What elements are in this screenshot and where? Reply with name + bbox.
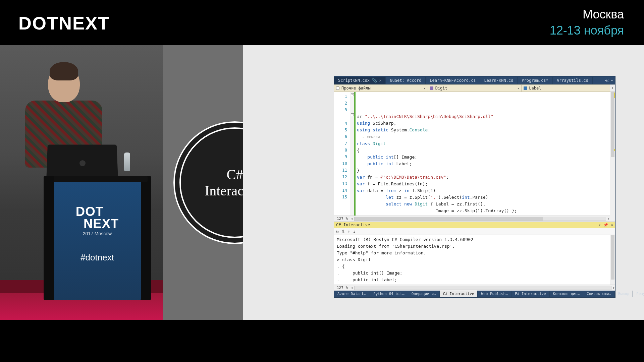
editor-tab[interactable]: Learn-KNN-Accord.cs [426,77,480,84]
interactive-pane-header[interactable]: C# Interactive ▾ 📌 ✕ [334,222,615,228]
slide-area: ScriptKNN.csx 📎✕NuGet: AccordLearn-KNN-A… [243,45,644,320]
banner-date: 12-13 ноября [550,23,624,38]
podium-hashtag: #dotnext [80,252,114,263]
tool-tab[interactable]: Вывод [615,291,633,297]
code-line[interactable]: - ссылки [357,133,608,140]
code-line[interactable]: public int[] Image; [357,154,608,161]
pin-icon[interactable]: 📎 [370,78,377,83]
podium-brand-line2: NEXT [84,217,119,231]
editor-tab[interactable]: NuGet: Accord [386,77,426,84]
interactive-title: C# Interactive [336,223,370,227]
line-gutter: 123456789101112131415 [334,92,350,216]
repl-line: Microsoft (R) Roslyn C# Compiler version… [337,236,607,243]
code-line[interactable]: Image = zz.Skip(1).ToArray() }; [357,207,608,214]
split-button[interactable]: + [610,84,615,92]
code-line[interactable]: var data = from z in f.Skip(1) [357,187,608,194]
editor-vscroll[interactable]: + [610,92,615,222]
tool-tab[interactable]: Консоль дис… [550,291,583,297]
code-line[interactable]: } [357,167,608,174]
pane-dropdown-icon[interactable]: ▾ [599,223,601,227]
editor-zoom[interactable]: 127 % [334,217,351,221]
tool-tab[interactable]: Операции и… [408,291,440,297]
interactive-tool-icons[interactable]: ↻ ⥮ ↑ ↓ [336,229,356,234]
slide-left-strip: C# Interactive [163,45,243,320]
brand-logo: DOTNEXT [18,13,110,34]
code-area[interactable]: #r "..\..\TrainCNTK\SciSharp\bin\Debug\S… [355,92,610,216]
editor-tabs: ScriptKNN.csx 📎✕NuGet: AccordLearn-KNN-A… [334,76,615,84]
editor-nav-bar: Прочие файлы ▾ Digit ▾ Label ▾ [334,84,615,92]
repl-line: > class Digit [337,256,607,263]
circle-line1: C# [226,167,243,182]
close-icon[interactable]: ✕ [379,78,381,83]
nav-project-label: Прочие файлы [341,86,371,90]
repl-line: . public int[] Image; [337,270,607,277]
nav-class-label: Digit [435,86,447,90]
editor-hscroll[interactable]: 127 % ◂ ▸ [334,216,610,222]
banner-bottom [0,320,644,362]
interactive-zoom[interactable]: 127 % [334,286,351,290]
interactive-output[interactable]: Microsoft (R) Roslyn C# Compiler version… [334,235,610,285]
pane-pin-icon[interactable]: 📌 [603,223,608,227]
code-line[interactable]: public int Label; [357,161,608,167]
interactive-hscroll[interactable]: 127 % ◂▸ [334,285,615,291]
speaker-video: DOT NEXT 2017 Moscow #dotnext [0,45,163,320]
podium: DOT NEXT 2017 Moscow #dotnext [54,176,141,300]
editor-tab[interactable]: Learn-KNN.cs [480,77,518,84]
water-bottle [124,153,130,171]
banner-location: Москва [583,7,624,21]
editor-tab[interactable]: ScriptKNN.csx 📎✕ [334,77,386,84]
code-editor[interactable]: 123456789101112131415 − − #r "..\..\Trai… [334,92,610,216]
podium-subtitle: 2017 Moscow [83,231,112,236]
repl-line: . public int Label; [337,277,607,283]
repl-line: Loading context from 'CSharpInteractive.… [337,243,607,250]
editor-tab[interactable]: Program.cs* [518,77,552,84]
tool-tab[interactable]: Результаты п… [633,291,644,297]
nav-member-label: Label [529,86,541,90]
code-line[interactable]: #r "..\..\TrainCNTK\SciSharp\bin\Debug\S… [357,113,608,120]
code-line[interactable]: select new Digit { Label = zz.First(), [357,201,608,207]
nav-project-combo[interactable]: Прочие файлы ▾ [334,85,428,92]
code-line[interactable]: using static System.Console; [357,127,608,133]
code-line[interactable]: let zz = z.Split(',').Select(int.Parse) [357,194,608,201]
code-line[interactable]: { [357,147,608,154]
editor-tab[interactable]: ArrayUtils.cs [553,77,593,84]
banner-top: DOTNEXT Москва 12-13 ноября [0,0,644,45]
ide-window: ScriptKNN.csx 📎✕NuGet: AccordLearn-KNN-A… [334,76,615,298]
code-line[interactable]: var fn = @"c:\DEMO\Data\train.csv"; [357,174,608,181]
repl-line: . { [337,263,607,270]
tool-tab[interactable]: Список оши… [583,291,615,297]
tool-window-tabs: Azure Data L…Python 64-bit…Операции и…C#… [334,291,615,297]
tool-tab[interactable]: C# Interactive [440,291,478,297]
tool-tab[interactable]: Python 64-bit… [370,291,408,297]
tabs-overflow[interactable]: ≪ ▾ [605,78,615,83]
tool-tab[interactable]: Web Publish… [478,291,511,297]
interactive-vscroll[interactable] [610,235,615,285]
nav-member-combo[interactable]: Label ▾ [522,85,615,92]
tool-tab[interactable]: F# Interactive [512,291,550,297]
code-line[interactable]: var f = File.ReadLines(fn); [357,181,608,187]
tool-tab[interactable]: Azure Data L… [334,291,370,297]
code-line[interactable]: using SciSharp; [357,120,608,127]
interactive-toolbar[interactable]: ↻ ⥮ ↑ ↓ [334,228,615,235]
repl-line: Type "#help" for more information. [337,250,607,256]
nav-class-combo[interactable]: Digit ▾ [428,85,522,92]
pane-close-icon[interactable]: ✕ [611,223,613,227]
code-line[interactable]: class Digit [357,140,608,147]
